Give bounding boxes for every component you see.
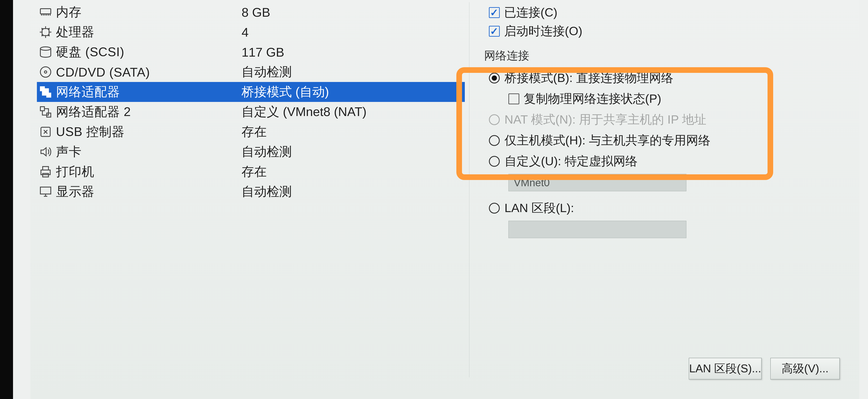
checkmark-icon: ✓ [489,7,500,18]
radio-icon [489,156,500,167]
cd-icon [39,65,53,79]
checkbox-icon: ✓ [508,94,519,104]
svg-point-3 [40,67,51,77]
radio-icon [489,135,500,146]
hw-row-display[interactable]: 显示器 自动检测 [37,182,465,202]
lan-segments-button[interactable]: LAN 区段(S)... [689,358,762,379]
svg-point-2 [40,47,51,50]
hw-row-printer[interactable]: 打印机 存在 [37,162,465,182]
network-adapter-icon [39,85,53,99]
hw-label: 声卡 [56,143,242,160]
radio-lan-segment[interactable]: LAN 区段(L): [489,200,853,217]
hw-label: 打印机 [56,163,242,180]
hw-value: 自动检测 [242,183,461,200]
checkbox-label: 已连接(C) [504,4,557,21]
svg-rect-11 [43,167,49,170]
hw-label: USB 控制器 [56,123,242,140]
button-label: LAN 区段(S)... [689,361,761,376]
hw-value: 自定义 (VMnet8 (NAT) [242,103,461,120]
hw-label: 显示器 [56,183,242,200]
button-label: 高级(V)... [782,361,829,376]
select-value: VMnet0 [514,177,550,189]
hw-label: CD/DVD (SATA) [56,65,242,79]
checkbox-connected[interactable]: ✓ 已连接(C) [489,4,853,21]
cpu-icon [39,25,53,39]
radio-hostonly[interactable]: 仅主机模式(H): 与主机共享的专用网络 [489,132,853,149]
printer-icon [39,165,53,179]
hw-row-processor[interactable]: 处理器 4 [37,22,465,42]
usb-icon [39,125,53,139]
svg-rect-7 [40,107,44,111]
hardware-list-panel: 内存 8 GB 处理器 4 硬盘 (SCSI) 117 GB [37,2,469,377]
checkbox-connect-at-start[interactable]: ✓ 启动时连接(O) [489,23,853,39]
hw-row-sound[interactable]: 声卡 自动检测 [37,142,465,162]
radio-bridged[interactable]: 桥接模式(B): 直接连接物理网络 [489,70,853,86]
lan-segment-select[interactable] [508,221,686,238]
hw-value: 自动检测 [242,64,461,80]
advanced-button[interactable]: 高级(V)... [770,358,840,379]
checkmark-icon: ✓ [489,26,500,37]
hw-label: 内存 [56,4,242,21]
hw-value: 117 GB [242,45,461,59]
network-adapter-icon [39,105,53,119]
custom-network-select[interactable]: VMnet0 [508,174,686,191]
hw-label: 处理器 [56,24,242,40]
radio-icon [489,203,500,213]
hw-label: 网络适配器 [56,84,242,100]
hw-label: 硬盘 (SCSI) [56,43,242,61]
hw-value: 自动检测 [242,143,461,160]
hw-value: 8 GB [242,5,461,20]
hw-value: 4 [242,25,461,39]
svg-rect-13 [40,187,51,194]
radio-icon [489,73,500,84]
radio-icon [489,114,500,125]
display-icon [39,185,53,199]
button-bar: LAN 区段(S)... 高级(V)... [689,358,840,379]
checkbox-label: 复制物理网络连接状态(P) [524,91,661,107]
hw-row-nic2[interactable]: 网络适配器 2 自定义 (VMnet8 (NAT) [37,102,465,122]
svg-rect-0 [40,9,51,14]
hw-value: 存在 [242,163,461,180]
hw-row-memory[interactable]: 内存 8 GB [37,2,465,22]
hw-value: 存在 [242,123,461,140]
checkbox-label: 启动时连接(O) [504,23,582,39]
radio-nat[interactable]: NAT 模式(N): 用于共享主机的 IP 地址 [489,111,853,128]
svg-rect-12 [43,173,49,177]
sound-icon [39,145,53,159]
radio-label: 仅主机模式(H): 与主机共享的专用网络 [504,132,710,149]
hw-row-cd[interactable]: CD/DVD (SATA) 自动检测 [37,62,465,82]
radio-label: LAN 区段(L): [504,200,574,217]
hw-row-disk[interactable]: 硬盘 (SCSI) 117 GB [37,42,465,62]
hw-value: 桥接模式 (自动) [242,84,461,100]
settings-panel: ✓ 已连接(C) ✓ 启动时连接(O) 网络连接 桥接模式(B): 直接连接物理… [469,2,853,377]
memory-icon [39,5,53,19]
checkbox-replicate[interactable]: ✓ 复制物理网络连接状态(P) [508,91,853,107]
hw-label: 网络适配器 2 [56,103,242,120]
radio-label: 桥接模式(B): 直接连接物理网络 [504,70,673,86]
hw-row-usb[interactable]: USB 控制器 存在 [37,122,465,142]
disk-icon [39,45,53,59]
radio-custom[interactable]: 自定义(U): 特定虚拟网络 [489,153,853,170]
radio-label: NAT 模式(N): 用于共享主机的 IP 地址 [504,111,706,128]
hw-row-nic1[interactable]: 网络适配器 桥接模式 (自动) [37,82,465,102]
svg-point-4 [44,71,47,73]
group-title-network: 网络连接 [484,48,853,63]
radio-label: 自定义(U): 特定虚拟网络 [504,153,638,170]
